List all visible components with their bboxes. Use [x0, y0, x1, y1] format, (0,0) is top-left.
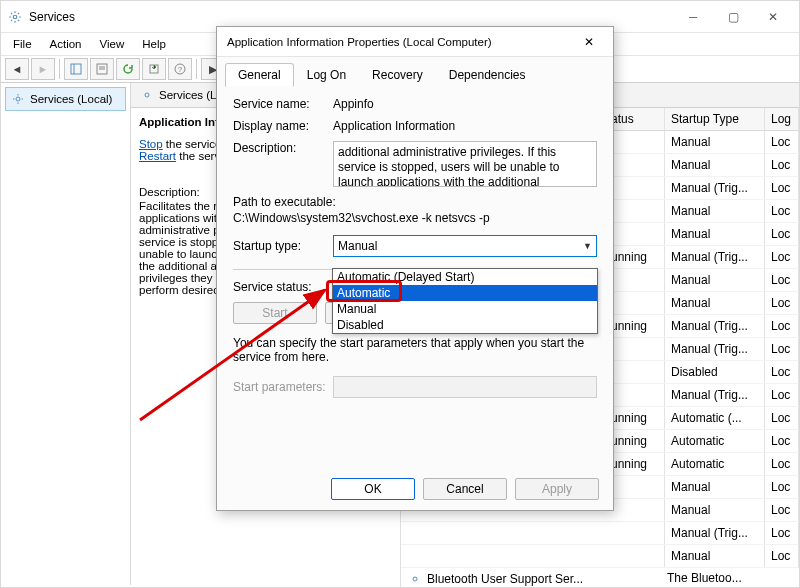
export-icon[interactable] [142, 58, 166, 80]
dropdown-option[interactable]: Disabled [333, 317, 597, 333]
table-row[interactable]: Bluetooth User Support Ser... The Blueto… [401, 568, 799, 588]
toolbar-divider [59, 59, 60, 79]
dialog-tabs: General Log On Recovery Dependencies [217, 57, 613, 87]
content-header-text: Services (L [159, 89, 217, 101]
menu-view[interactable]: View [92, 35, 133, 53]
dialog-body: Service name:Appinfo Display name:Applic… [217, 87, 613, 416]
stop-link[interactable]: Stop [139, 138, 163, 150]
dropdown-option-automatic[interactable]: Automatic [333, 285, 597, 301]
chevron-down-icon: ▼ [583, 241, 592, 251]
apply-button[interactable]: Apply [515, 478, 599, 500]
startup-type-dropdown[interactable]: Automatic (Delayed Start) Automatic Manu… [332, 268, 598, 334]
gear-icon [407, 571, 423, 587]
svg-rect-1 [71, 64, 81, 74]
label-start-params: Start parameters: [233, 380, 333, 394]
label-service-name: Service name: [233, 97, 333, 111]
menu-action[interactable]: Action [42, 35, 90, 53]
table-row[interactable]: ManualLoc [401, 545, 799, 568]
col-status[interactable]: atus [605, 108, 665, 130]
value-service-name: Appinfo [333, 97, 597, 111]
tab-dependencies[interactable]: Dependencies [436, 63, 539, 87]
label-path: Path to executable: [233, 195, 597, 209]
start-button[interactable]: Start [233, 302, 317, 324]
label-display-name: Display name: [233, 119, 333, 133]
svg-point-9 [16, 97, 20, 101]
window-title: Services [29, 10, 75, 24]
help-icon[interactable]: ? [168, 58, 192, 80]
sidebar-item-services-local[interactable]: Services (Local) [5, 87, 126, 111]
col-startup-type[interactable]: Startup Type [665, 108, 765, 130]
startup-type-combo[interactable]: Manual ▼ [333, 235, 597, 257]
description-box[interactable]: additional administrative privileges. If… [333, 141, 597, 187]
value-display-name: Application Information [333, 119, 597, 133]
dialog-close-button[interactable]: ✕ [575, 28, 603, 56]
dropdown-option[interactable]: Manual [333, 301, 597, 317]
dropdown-option[interactable]: Automatic (Delayed Start) [333, 269, 597, 285]
tab-general[interactable]: General [225, 63, 294, 87]
toolbar-divider [196, 59, 197, 79]
svg-point-11 [413, 577, 417, 581]
dialog-title: Application Information Properties (Loca… [227, 36, 492, 48]
cancel-button[interactable]: Cancel [423, 478, 507, 500]
label-startup-type: Startup type: [233, 239, 333, 253]
menu-help[interactable]: Help [134, 35, 174, 53]
properties-icon[interactable] [90, 58, 114, 80]
close-button[interactable]: ✕ [753, 3, 793, 31]
label-description: Description: [233, 141, 333, 187]
note-text: You can specify the start parameters tha… [233, 336, 597, 364]
svg-point-0 [13, 15, 17, 19]
gear-icon [10, 91, 26, 107]
restart-link[interactable]: Restart [139, 150, 176, 162]
refresh-icon[interactable] [116, 58, 140, 80]
dialog-footer: OK Cancel Apply [331, 478, 599, 500]
sidebar: Services (Local) [1, 83, 131, 585]
tab-log-on[interactable]: Log On [294, 63, 359, 87]
forward-button[interactable]: ► [31, 58, 55, 80]
minimize-button[interactable]: ─ [673, 3, 713, 31]
table-row[interactable]: Manual (Trig...Loc [401, 522, 799, 545]
dialog-titlebar: Application Information Properties (Loca… [217, 27, 613, 57]
svg-text:?: ? [178, 65, 183, 74]
tab-recovery[interactable]: Recovery [359, 63, 436, 87]
svg-point-10 [145, 93, 149, 97]
back-button[interactable]: ◄ [5, 58, 29, 80]
gear-icon [7, 9, 23, 25]
sidebar-item-label: Services (Local) [30, 93, 112, 105]
start-params-input [333, 376, 597, 398]
combo-selected: Manual [338, 239, 377, 253]
show-hide-icon[interactable] [64, 58, 88, 80]
value-path: C:\Windows\system32\svchost.exe -k netsv… [233, 211, 597, 225]
label-service-status: Service status: [233, 280, 333, 294]
menu-file[interactable]: File [5, 35, 40, 53]
maximize-button[interactable]: ▢ [713, 3, 753, 31]
col-log[interactable]: Log [765, 108, 799, 130]
ok-button[interactable]: OK [331, 478, 415, 500]
gear-icon [139, 87, 155, 103]
